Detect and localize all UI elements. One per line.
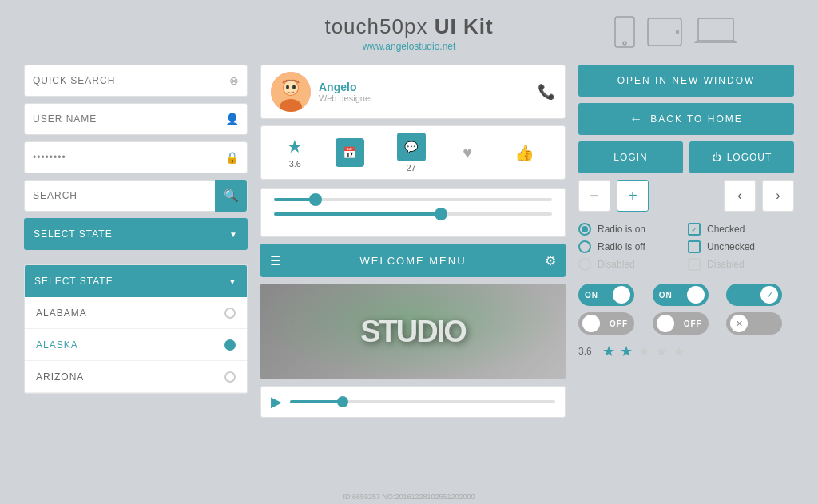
settings-icon[interactable]: ⚙ bbox=[545, 253, 556, 268]
star-4[interactable]: ★ bbox=[655, 343, 668, 360]
svg-rect-4 bbox=[698, 18, 733, 41]
minus-button[interactable]: − bbox=[578, 180, 610, 212]
calendar-icon: 📅 bbox=[336, 138, 364, 167]
svg-point-3 bbox=[677, 31, 679, 34]
middle-column: Angelo Web designer 📞 ★ 3.6 📅 💬 27 ♥ 👍 bbox=[260, 65, 566, 418]
thumbs-up-icon: 👍 bbox=[514, 143, 534, 162]
star-2[interactable]: ★ bbox=[620, 343, 633, 360]
profile-card: Angelo Web designer 📞 bbox=[260, 65, 566, 119]
logout-button[interactable]: ⏻ LOGOUT bbox=[689, 141, 794, 173]
profile-info: Angelo Web designer bbox=[319, 81, 530, 103]
chat-icon: 💬 bbox=[397, 133, 426, 161]
toggle-thumb-1 bbox=[613, 286, 630, 304]
select-state-label: SELECT STATE bbox=[34, 228, 113, 240]
video-text: STUDIO bbox=[360, 315, 466, 349]
password-field[interactable]: 🔒 bbox=[24, 141, 248, 173]
checked-label: Checked bbox=[707, 224, 745, 235]
progress-fill bbox=[290, 400, 343, 403]
tablet-icon bbox=[647, 18, 682, 46]
progress-thumb[interactable] bbox=[337, 396, 348, 407]
toggle-on-2[interactable]: ON bbox=[653, 284, 709, 306]
username-field[interactable]: 👤 bbox=[24, 103, 248, 135]
video-placeholder: STUDIO bbox=[260, 284, 566, 379]
phone-icon[interactable]: 📞 bbox=[538, 83, 555, 101]
progress-bar[interactable] bbox=[290, 400, 555, 403]
slider-thumb-1[interactable] bbox=[309, 193, 322, 206]
power-icon: ⏻ bbox=[712, 152, 722, 163]
play-button[interactable]: ▶ bbox=[271, 393, 282, 411]
list-item[interactable]: ALABAMA bbox=[25, 297, 247, 329]
search-field[interactable]: 🔍 bbox=[24, 180, 248, 212]
svg-rect-0 bbox=[615, 17, 634, 47]
quick-search-field[interactable]: ⊗ bbox=[24, 65, 248, 97]
back-arrow-icon: ← bbox=[629, 112, 644, 126]
svg-point-10 bbox=[292, 85, 296, 89]
toggle-off-x[interactable]: ✕ bbox=[726, 312, 782, 335]
toggle-thumb-off-2 bbox=[657, 315, 674, 332]
username-input[interactable] bbox=[33, 113, 225, 125]
clear-icon: ⊗ bbox=[229, 74, 239, 87]
select-state-dropdown[interactable]: SELECT STATE ▼ bbox=[24, 218, 248, 250]
calendar-action[interactable]: 📅 bbox=[336, 138, 364, 167]
unchecked-label: Unchecked bbox=[707, 241, 755, 252]
dropdown-header[interactable]: SELECT STATE ▼ bbox=[25, 265, 247, 297]
radio-on-icon[interactable] bbox=[578, 223, 591, 236]
password-input[interactable] bbox=[33, 152, 225, 163]
open-new-window-button[interactable]: OPEN IN NEW WINDOW bbox=[578, 65, 794, 97]
search-input[interactable] bbox=[33, 190, 215, 201]
plus-button[interactable]: + bbox=[617, 180, 649, 212]
left-column: ⊗ 👤 🔒 🔍 SELECT STATE ▼ SELECT STATE ▼ AL… bbox=[24, 65, 248, 418]
toggle-on-label-1: ON bbox=[585, 291, 598, 300]
avatar bbox=[271, 72, 311, 112]
back-to-home-button[interactable]: ← BACK TO HOME bbox=[578, 103, 794, 135]
avatar-image bbox=[271, 72, 311, 112]
radio-on-label: Radio is on bbox=[598, 224, 645, 235]
slider-track-2 bbox=[274, 212, 552, 216]
video-controls: ▶ bbox=[260, 386, 566, 418]
prev-button[interactable]: ‹ bbox=[724, 180, 756, 212]
watermark: ID:6659253 NO:20161228102551202000 bbox=[343, 493, 475, 501]
checkbox-group: ✓ Checked Unchecked ✓ Disabled bbox=[688, 223, 794, 276]
heart-action[interactable]: ♥ bbox=[458, 139, 477, 167]
open-dropdown: SELECT STATE ▼ ALABAMA ALASKA ARIZONA bbox=[24, 264, 248, 394]
rating-action[interactable]: ★ 3.6 bbox=[287, 137, 303, 169]
toggle-on-1[interactable]: ON bbox=[578, 284, 634, 306]
menu-title: WELCOME MENU bbox=[289, 255, 537, 267]
login-button[interactable]: LOGIN bbox=[578, 141, 683, 173]
open-new-window-label: OPEN IN NEW WINDOW bbox=[617, 75, 756, 86]
checkbox-unchecked-icon[interactable] bbox=[688, 240, 701, 253]
toggle-section: ON ON ✓ OFF OFF ✕ bbox=[578, 284, 794, 335]
toggle-off-1[interactable]: OFF bbox=[578, 312, 634, 335]
menu-bar[interactable]: ☰ WELCOME MENU ⚙ bbox=[260, 244, 566, 277]
dropdown-arrow-icon: ▼ bbox=[229, 230, 238, 239]
radio-off-icon[interactable] bbox=[578, 240, 591, 253]
slider-thumb-2[interactable] bbox=[435, 208, 447, 220]
toggle-on-check[interactable]: ✓ bbox=[726, 284, 782, 306]
quick-search-input[interactable] bbox=[33, 75, 229, 86]
search-button[interactable]: 🔍 bbox=[215, 180, 247, 212]
stars-section: 3.6 ★ ★ ★ ★ ★ bbox=[578, 343, 794, 360]
next-button[interactable]: › bbox=[762, 180, 794, 212]
user-icon: 👤 bbox=[225, 113, 239, 125]
star-1[interactable]: ★ bbox=[602, 343, 615, 360]
message-count: 27 bbox=[406, 163, 415, 173]
title-bold: UI Kit bbox=[435, 14, 494, 38]
like-action[interactable]: 👍 bbox=[510, 138, 539, 167]
hamburger-icon[interactable]: ☰ bbox=[270, 253, 281, 268]
lock-icon: 🔒 bbox=[225, 151, 239, 164]
profile-actions: ★ 3.6 📅 💬 27 ♥ 👍 bbox=[260, 125, 566, 180]
star-3[interactable]: ★ bbox=[637, 343, 650, 360]
checkbox-checked-icon[interactable]: ✓ bbox=[688, 223, 701, 236]
radio-off-row: Radio is off bbox=[578, 240, 685, 253]
toggle-thumb-cross: ✕ bbox=[730, 315, 748, 332]
star-5[interactable]: ★ bbox=[673, 343, 685, 360]
toggle-off-2[interactable]: OFF bbox=[653, 312, 709, 335]
profile-name: Angelo bbox=[319, 81, 530, 93]
list-item[interactable]: ALASKA bbox=[25, 329, 247, 361]
svg-point-1 bbox=[623, 42, 626, 45]
list-item[interactable]: ARIZONA bbox=[25, 361, 247, 393]
chat-action[interactable]: 💬 27 bbox=[397, 133, 426, 173]
slider-fill-2 bbox=[274, 212, 441, 216]
slider-section bbox=[260, 188, 566, 237]
item-label: ALABAMA bbox=[36, 308, 87, 319]
